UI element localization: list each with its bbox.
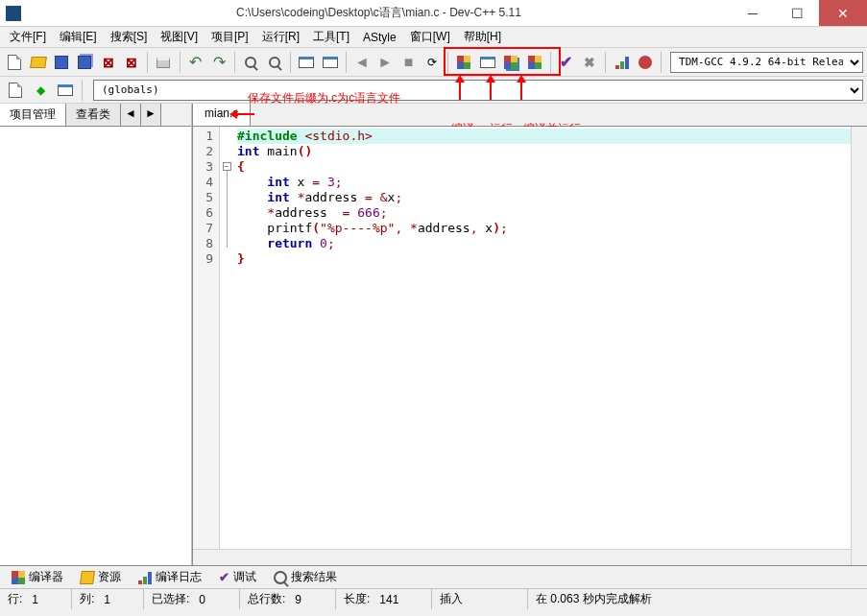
tab-compiler[interactable]: 编译器: [4, 567, 71, 587]
editor-area: mian.c 123456789 − #include <stdio.h> in…: [192, 104, 867, 565]
reload-icon: ⟳: [427, 56, 437, 69]
title-bar: C:\Users\codeing\Desktop\c语言\mian.c - De…: [0, 0, 867, 27]
new-class-button[interactable]: [4, 79, 27, 102]
compiler-select[interactable]: TDM-GCC 4.9.2 64-bit Release: [670, 52, 863, 73]
toolbar-separator: [661, 52, 662, 73]
redo-icon: ↷: [213, 53, 226, 71]
scope-select[interactable]: (globals): [93, 80, 863, 101]
toolbar-separator: [605, 52, 606, 73]
tab-compile-log[interactable]: 编译日志: [131, 567, 209, 587]
debug-button[interactable]: [635, 51, 656, 74]
menu-edit[interactable]: 编辑[E]: [54, 27, 103, 47]
close-all-icon: ⊠: [126, 55, 137, 70]
menu-tools[interactable]: 工具[T]: [307, 27, 355, 47]
window-icon: [58, 84, 73, 96]
forward-button[interactable]: ►: [374, 51, 396, 74]
clear-button[interactable]: ✖: [579, 51, 600, 74]
check-icon: ✔: [560, 53, 572, 71]
close-all-button[interactable]: ⊠: [121, 51, 142, 74]
menu-bar: 文件[F] 编辑[E] 搜索[S] 视图[V] 项目[P] 运行[R] 工具[T…: [0, 27, 867, 48]
save-button[interactable]: [51, 51, 72, 74]
menu-search[interactable]: 搜索[S]: [105, 27, 154, 47]
status-bar: 行: 1 列: 1 已选择: 0 总行数: 9 长度: 141 插入 在 0.0…: [0, 588, 867, 609]
maximize-button[interactable]: ☐: [775, 0, 819, 26]
menu-window[interactable]: 窗口[W]: [404, 27, 456, 47]
undo-button[interactable]: ↶: [185, 51, 206, 74]
tab-debug[interactable]: ✔调试: [211, 567, 264, 587]
status-line: 行: 1: [0, 589, 72, 609]
status-total-lines: 总行数: 9: [240, 589, 336, 609]
profile-button[interactable]: [611, 51, 632, 74]
bug-icon: [638, 56, 652, 69]
insert-button[interactable]: ◆: [29, 79, 52, 102]
toolbar-separator: [550, 52, 551, 73]
rebuild-button[interactable]: [523, 51, 544, 74]
compile-icon: [457, 56, 470, 69]
main-toolbar: ⊠ ⊠ ↶ ↷ ◄ ► ■ ⟳ ✔ ✖ TDM-GCC 4.9.2 64-bit…: [0, 48, 867, 77]
tab-resources[interactable]: 资源: [73, 567, 129, 587]
syntax-check-button[interactable]: ✔: [556, 51, 577, 74]
sidebar-body: [0, 127, 191, 565]
save-all-icon: [78, 56, 91, 69]
open-file-button[interactable]: [27, 51, 48, 74]
bookmark-nav-button[interactable]: [54, 79, 77, 102]
save-icon: [55, 56, 68, 69]
compile-run-icon: [504, 56, 518, 69]
chart-icon: [615, 56, 629, 69]
goto-icon: [323, 57, 338, 68]
redo-button[interactable]: ↷: [208, 51, 229, 74]
new-file-button[interactable]: [4, 51, 25, 74]
menu-project[interactable]: 项目[P]: [205, 27, 254, 47]
tab-nav-left[interactable]: ◄: [121, 104, 141, 126]
replace-button[interactable]: [264, 51, 285, 74]
scrollbar-vertical[interactable]: [851, 127, 867, 565]
rebuild-icon: [528, 56, 542, 69]
menu-view[interactable]: 视图[V]: [155, 27, 204, 47]
bookmark-icon: [299, 57, 314, 68]
print-button[interactable]: [153, 51, 174, 74]
code-text[interactable]: #include <stdio.h> int main() { int x = …: [233, 127, 867, 565]
bottom-tabs: 编译器 资源 编译日志 ✔调试 搜索结果: [0, 565, 867, 588]
log-icon: [138, 571, 152, 584]
tab-nav-right[interactable]: ►: [141, 104, 161, 126]
find-icon: [245, 57, 256, 68]
toolbar-separator: [82, 80, 83, 101]
doc-icon: [9, 83, 22, 98]
stop-button[interactable]: ■: [397, 51, 419, 74]
menu-help[interactable]: 帮助[H]: [458, 27, 507, 47]
tab-search-results[interactable]: 搜索结果: [266, 567, 345, 587]
compile-button[interactable]: [453, 51, 474, 74]
tab-classes[interactable]: 查看类: [66, 104, 121, 126]
menu-file[interactable]: 文件[F]: [4, 27, 52, 47]
find-button[interactable]: [240, 51, 261, 74]
save-all-button[interactable]: [74, 51, 95, 74]
reload-button[interactable]: ⟳: [421, 51, 443, 74]
code-editor[interactable]: 123456789 − #include <stdio.h> int main(…: [193, 127, 867, 565]
annotation-arrow: [459, 81, 461, 100]
tab-project[interactable]: 项目管理: [0, 104, 66, 126]
back-icon: ◄: [354, 54, 370, 71]
run-button[interactable]: [477, 51, 498, 74]
toolbar-separator: [180, 52, 181, 73]
back-button[interactable]: ◄: [351, 51, 373, 74]
goto-bookmark-button[interactable]: [319, 51, 340, 74]
toggle-bookmark-button[interactable]: [296, 51, 317, 74]
menu-run[interactable]: 运行[R]: [256, 27, 305, 47]
new-file-icon: [8, 55, 21, 70]
annotation-arrow: [520, 81, 522, 100]
scrollbar-horizontal[interactable]: [193, 549, 851, 565]
minimize-button[interactable]: ─: [731, 0, 775, 26]
fold-toggle[interactable]: −: [223, 162, 231, 171]
folder-icon: [80, 571, 95, 584]
open-folder-icon: [30, 57, 47, 68]
compile-run-button[interactable]: [500, 51, 521, 74]
insert-icon: ◆: [36, 83, 45, 97]
x-icon: ✖: [584, 55, 595, 70]
scope-toolbar: ◆ (globals): [0, 77, 867, 104]
close-button[interactable]: ✕: [819, 0, 867, 26]
stop-icon: ■: [404, 54, 414, 71]
close-file-button[interactable]: ⊠: [98, 51, 119, 74]
check-icon: ✔: [219, 570, 229, 584]
menu-astyle[interactable]: AStyle: [357, 29, 402, 46]
annotation-arrow: [235, 113, 254, 115]
